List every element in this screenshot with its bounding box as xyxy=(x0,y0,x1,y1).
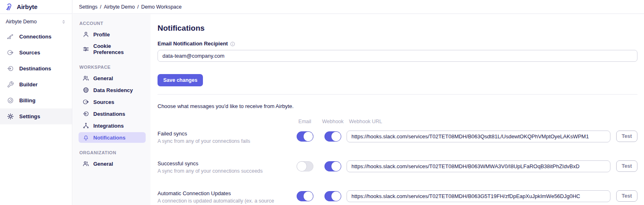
notification-row-successful-syncs: Successful syncs A sync from any of your… xyxy=(158,160,637,175)
section-title: ACCOUNT xyxy=(79,21,145,26)
settings-nav-label: Profile xyxy=(93,32,110,38)
webhook-toggle[interactable] xyxy=(324,131,341,142)
settings-nav-label: Destinations xyxy=(93,111,125,117)
row-label: Successful syncs A sync from any of your… xyxy=(158,160,290,175)
email-toggle[interactable] xyxy=(297,131,313,142)
webhook-toggle[interactable] xyxy=(324,191,341,201)
column-header-webhook-url: Webhook URL xyxy=(347,119,610,124)
sidebar-item-builder[interactable]: Builder xyxy=(0,77,72,92)
settings-gear-icon xyxy=(7,113,14,120)
destinations-icon xyxy=(83,110,89,117)
breadcrumb-demo-workspace[interactable]: Demo Workspace xyxy=(141,4,182,10)
settings-nav-item-notifications[interactable]: Notifications xyxy=(79,132,146,143)
column-header-webhook: Webhook xyxy=(319,119,347,124)
globe-icon xyxy=(83,87,89,93)
workspace-selector[interactable]: Airbyte Demo xyxy=(0,14,72,29)
brand-name: Airbyte xyxy=(17,3,37,10)
main-content: Notifications Email Notification Recipie… xyxy=(158,14,637,205)
breadcrumb-settings[interactable]: Settings xyxy=(79,4,97,10)
profile-icon xyxy=(83,31,89,38)
sidebar-item-label: Billing xyxy=(19,97,36,104)
sidebar-item-label: Destinations xyxy=(19,65,51,72)
sidebar-nav: Connections Sources Destinations xyxy=(0,29,72,124)
app-window: Airbyte Airbyte Demo Connections xyxy=(0,0,644,205)
toggle-knob xyxy=(331,191,341,201)
settings-nav-label: Notifications xyxy=(93,135,126,141)
test-webhook-button[interactable]: Test xyxy=(616,160,637,172)
main-sidebar: Airbyte Airbyte Demo Connections xyxy=(0,0,72,205)
notifications-table-header: Email Webhook Webhook URL xyxy=(158,119,637,124)
top-bar: Settings / Airbyte Demo / Demo Workspace xyxy=(73,0,644,14)
settings-section-organization: ORGANIZATION General xyxy=(79,150,146,169)
workspace-name: Airbyte Demo xyxy=(6,19,37,25)
settings-nav-label: General xyxy=(93,75,113,81)
toggle-knob xyxy=(304,191,313,201)
row-description: A sync from any of your connections succ… xyxy=(158,168,290,175)
row-title: Successful syncs xyxy=(158,160,290,167)
sidebar-item-connections[interactable]: Connections xyxy=(0,29,72,45)
settings-nav-item-destinations[interactable]: Destinations xyxy=(79,108,146,119)
webhook-toggle[interactable] xyxy=(324,161,341,171)
builder-icon xyxy=(7,81,14,88)
settings-nav-label: Integrations xyxy=(93,123,124,129)
webhook-url-input[interactable] xyxy=(347,190,610,202)
sidebar-item-label: Sources xyxy=(19,50,40,56)
email-recipient-input[interactable] xyxy=(158,50,637,62)
notifications-intro-text: Choose what messages you'd like to recei… xyxy=(158,103,637,109)
email-recipient-label-row: Email Notification Recipient xyxy=(158,41,637,47)
airbyte-logo-icon xyxy=(5,2,14,11)
row-description: A sync from any of your connections fail… xyxy=(158,138,290,145)
settings-nav-item-general-workspace[interactable]: General xyxy=(79,73,146,83)
test-webhook-button[interactable]: Test xyxy=(616,190,637,202)
save-changes-button[interactable]: Save changes xyxy=(158,74,203,86)
section-title: ORGANIZATION xyxy=(79,150,145,155)
sidebar-item-sources[interactable]: Sources xyxy=(0,45,72,61)
page-title: Notifications xyxy=(158,24,637,33)
sources-icon xyxy=(83,99,89,105)
webhook-url-input[interactable] xyxy=(347,160,610,172)
toggle-knob xyxy=(331,162,341,171)
billing-icon xyxy=(7,97,14,104)
settings-section-account: ACCOUNT Profile Cookie Preferences xyxy=(79,21,146,57)
webhook-url-input[interactable] xyxy=(347,131,610,142)
connections-icon xyxy=(7,33,14,40)
info-icon[interactable] xyxy=(230,41,235,47)
settings-nav-item-general-organization[interactable]: General xyxy=(79,158,146,169)
logo[interactable]: Airbyte xyxy=(0,0,72,14)
test-webhook-button[interactable]: Test xyxy=(616,131,637,142)
settings-nav-label: Cookie Preferences xyxy=(93,43,142,55)
destinations-icon xyxy=(7,65,14,72)
toggle-knob xyxy=(304,132,313,141)
sidebar-item-label: Settings xyxy=(19,113,40,119)
row-title: Failed syncs xyxy=(158,131,290,137)
column-header-email: Email xyxy=(290,119,319,124)
breadcrumb-separator: / xyxy=(100,4,101,10)
integrations-icon xyxy=(83,122,89,129)
settings-section-workspace: WORKSPACE General Data Residency xyxy=(79,65,146,143)
people-icon xyxy=(83,160,89,167)
email-recipient-label: Email Notification Recipient xyxy=(158,41,228,47)
settings-nav-item-cookie-preferences[interactable]: Cookie Preferences xyxy=(79,41,146,57)
settings-nav-item-data-residency[interactable]: Data Residency xyxy=(79,85,146,95)
notification-row-failed-syncs: Failed syncs A sync from any of your con… xyxy=(158,131,637,145)
row-label: Failed syncs A sync from any of your con… xyxy=(158,131,290,145)
sidebar-item-destinations[interactable]: Destinations xyxy=(0,61,72,77)
settings-nav-label: General xyxy=(93,161,113,167)
breadcrumb-separator: / xyxy=(137,4,138,10)
chevron-updown-icon xyxy=(61,19,66,25)
email-toggle[interactable] xyxy=(297,191,313,201)
bell-icon xyxy=(83,134,89,141)
settings-nav-item-integrations[interactable]: Integrations xyxy=(79,120,146,131)
section-title: WORKSPACE xyxy=(79,65,145,70)
email-toggle[interactable] xyxy=(297,161,313,171)
settings-nav-item-sources[interactable]: Sources xyxy=(79,97,146,107)
breadcrumb: Settings / Airbyte Demo / Demo Workspace xyxy=(79,4,182,10)
sidebar-item-billing[interactable]: Billing xyxy=(0,92,72,108)
row-label: Automatic Connection Updates A connectio… xyxy=(158,190,290,205)
settings-nav-item-profile[interactable]: Profile xyxy=(79,29,146,40)
sidebar-item-settings[interactable]: Settings xyxy=(0,108,72,124)
settings-nav-label: Sources xyxy=(93,99,114,105)
breadcrumb-airbyte-demo[interactable]: Airbyte Demo xyxy=(104,4,135,10)
settings-nav-label: Data Residency xyxy=(93,87,133,93)
section-divider xyxy=(158,94,637,95)
